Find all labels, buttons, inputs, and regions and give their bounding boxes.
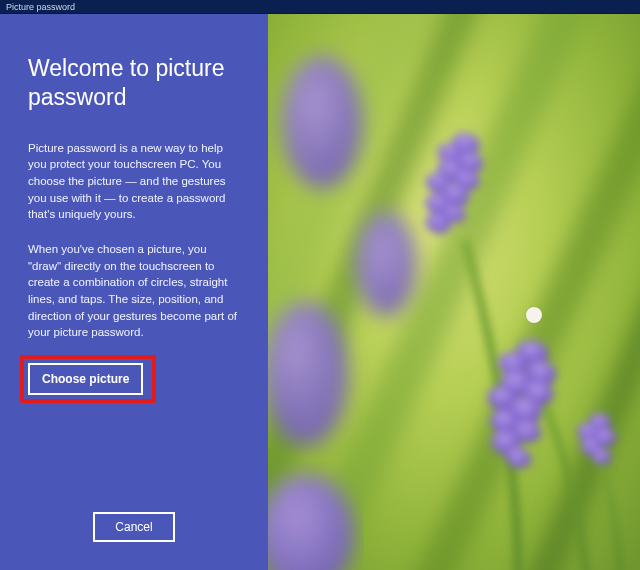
window-body: Welcome to picture password Picture pass…	[0, 14, 640, 570]
svg-point-3	[356, 212, 416, 316]
picture-password-window: Picture password Welcome to picture pass…	[0, 0, 640, 570]
lavender-image	[268, 14, 640, 570]
page-title: Welcome to picture password	[28, 54, 240, 112]
cancel-button[interactable]: Cancel	[93, 512, 174, 542]
window-title: Picture password	[6, 2, 75, 12]
titlebar: Picture password	[0, 0, 640, 14]
intro-paragraph-1: Picture password is a new way to help yo…	[28, 140, 240, 223]
choose-picture-button[interactable]: Choose picture	[28, 363, 143, 395]
picture-preview-pane	[268, 14, 640, 570]
instruction-pane: Welcome to picture password Picture pass…	[0, 14, 268, 570]
intro-paragraph-2: When you've chosen a picture, you "draw"…	[28, 241, 240, 341]
choose-picture-group: Choose picture	[28, 363, 148, 395]
svg-point-1	[282, 56, 362, 188]
gesture-indicator-dot	[526, 307, 542, 323]
cancel-row: Cancel	[28, 512, 240, 546]
